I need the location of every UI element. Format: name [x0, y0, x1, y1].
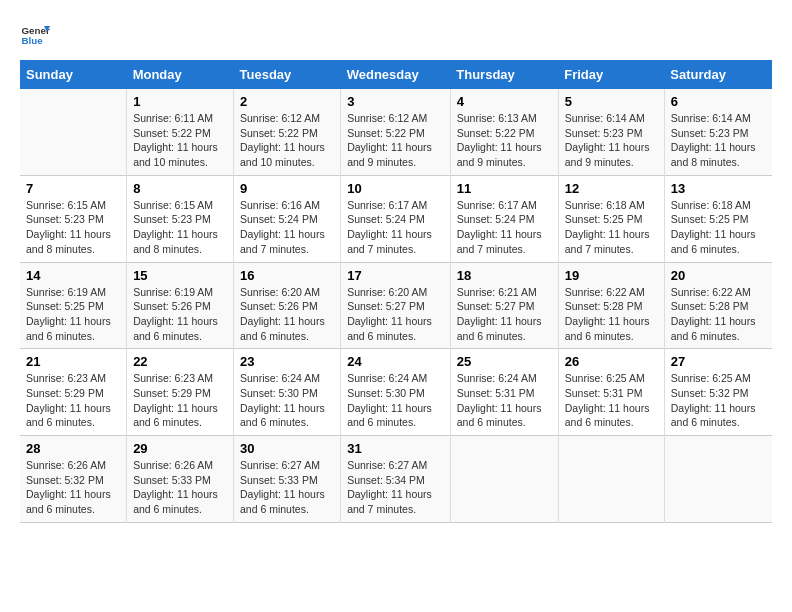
calendar-cell: 16Sunrise: 6:20 AMSunset: 5:26 PMDayligh…: [234, 262, 341, 349]
svg-text:Blue: Blue: [22, 35, 44, 46]
day-number: 26: [565, 354, 658, 369]
day-number: 27: [671, 354, 766, 369]
col-header-sunday: Sunday: [20, 60, 127, 89]
day-info: Sunrise: 6:27 AMSunset: 5:33 PMDaylight:…: [240, 458, 334, 517]
logo: General Blue: [20, 20, 50, 50]
day-info: Sunrise: 6:15 AMSunset: 5:23 PMDaylight:…: [133, 198, 227, 257]
calendar-cell: 11Sunrise: 6:17 AMSunset: 5:24 PMDayligh…: [450, 175, 558, 262]
calendar-table: SundayMondayTuesdayWednesdayThursdayFrid…: [20, 60, 772, 523]
calendar-cell: 26Sunrise: 6:25 AMSunset: 5:31 PMDayligh…: [558, 349, 664, 436]
day-number: 17: [347, 268, 444, 283]
calendar-cell: 27Sunrise: 6:25 AMSunset: 5:32 PMDayligh…: [664, 349, 772, 436]
calendar-week-row: 28Sunrise: 6:26 AMSunset: 5:32 PMDayligh…: [20, 436, 772, 523]
calendar-week-row: 21Sunrise: 6:23 AMSunset: 5:29 PMDayligh…: [20, 349, 772, 436]
day-info: Sunrise: 6:14 AMSunset: 5:23 PMDaylight:…: [671, 111, 766, 170]
day-number: 20: [671, 268, 766, 283]
day-info: Sunrise: 6:13 AMSunset: 5:22 PMDaylight:…: [457, 111, 552, 170]
logo-icon: General Blue: [20, 20, 50, 50]
day-info: Sunrise: 6:20 AMSunset: 5:26 PMDaylight:…: [240, 285, 334, 344]
col-header-saturday: Saturday: [664, 60, 772, 89]
calendar-cell: 9Sunrise: 6:16 AMSunset: 5:24 PMDaylight…: [234, 175, 341, 262]
calendar-cell: 28Sunrise: 6:26 AMSunset: 5:32 PMDayligh…: [20, 436, 127, 523]
day-info: Sunrise: 6:26 AMSunset: 5:32 PMDaylight:…: [26, 458, 120, 517]
day-number: 14: [26, 268, 120, 283]
header: General Blue: [20, 20, 772, 50]
day-info: Sunrise: 6:12 AMSunset: 5:22 PMDaylight:…: [347, 111, 444, 170]
calendar-week-row: 14Sunrise: 6:19 AMSunset: 5:25 PMDayligh…: [20, 262, 772, 349]
day-info: Sunrise: 6:18 AMSunset: 5:25 PMDaylight:…: [671, 198, 766, 257]
day-number: 30: [240, 441, 334, 456]
calendar-cell: 24Sunrise: 6:24 AMSunset: 5:30 PMDayligh…: [341, 349, 451, 436]
calendar-cell: 31Sunrise: 6:27 AMSunset: 5:34 PMDayligh…: [341, 436, 451, 523]
col-header-monday: Monday: [127, 60, 234, 89]
col-header-tuesday: Tuesday: [234, 60, 341, 89]
day-number: 8: [133, 181, 227, 196]
calendar-cell: 15Sunrise: 6:19 AMSunset: 5:26 PMDayligh…: [127, 262, 234, 349]
day-info: Sunrise: 6:23 AMSunset: 5:29 PMDaylight:…: [133, 371, 227, 430]
day-number: 6: [671, 94, 766, 109]
day-number: 13: [671, 181, 766, 196]
col-header-thursday: Thursday: [450, 60, 558, 89]
day-number: 25: [457, 354, 552, 369]
day-number: 4: [457, 94, 552, 109]
day-number: 15: [133, 268, 227, 283]
day-number: 2: [240, 94, 334, 109]
day-number: 12: [565, 181, 658, 196]
calendar-week-row: 7Sunrise: 6:15 AMSunset: 5:23 PMDaylight…: [20, 175, 772, 262]
calendar-cell: 5Sunrise: 6:14 AMSunset: 5:23 PMDaylight…: [558, 89, 664, 175]
calendar-cell: 21Sunrise: 6:23 AMSunset: 5:29 PMDayligh…: [20, 349, 127, 436]
day-info: Sunrise: 6:20 AMSunset: 5:27 PMDaylight:…: [347, 285, 444, 344]
day-number: 5: [565, 94, 658, 109]
day-number: 18: [457, 268, 552, 283]
calendar-cell: [20, 89, 127, 175]
day-info: Sunrise: 6:19 AMSunset: 5:26 PMDaylight:…: [133, 285, 227, 344]
calendar-cell: 29Sunrise: 6:26 AMSunset: 5:33 PMDayligh…: [127, 436, 234, 523]
day-info: Sunrise: 6:25 AMSunset: 5:32 PMDaylight:…: [671, 371, 766, 430]
day-number: 16: [240, 268, 334, 283]
day-info: Sunrise: 6:27 AMSunset: 5:34 PMDaylight:…: [347, 458, 444, 517]
col-header-wednesday: Wednesday: [341, 60, 451, 89]
day-number: 11: [457, 181, 552, 196]
day-info: Sunrise: 6:21 AMSunset: 5:27 PMDaylight:…: [457, 285, 552, 344]
calendar-cell: 17Sunrise: 6:20 AMSunset: 5:27 PMDayligh…: [341, 262, 451, 349]
calendar-cell: 7Sunrise: 6:15 AMSunset: 5:23 PMDaylight…: [20, 175, 127, 262]
day-info: Sunrise: 6:15 AMSunset: 5:23 PMDaylight:…: [26, 198, 120, 257]
day-info: Sunrise: 6:24 AMSunset: 5:31 PMDaylight:…: [457, 371, 552, 430]
day-number: 7: [26, 181, 120, 196]
calendar-cell: 19Sunrise: 6:22 AMSunset: 5:28 PMDayligh…: [558, 262, 664, 349]
day-info: Sunrise: 6:24 AMSunset: 5:30 PMDaylight:…: [347, 371, 444, 430]
day-number: 1: [133, 94, 227, 109]
day-info: Sunrise: 6:22 AMSunset: 5:28 PMDaylight:…: [565, 285, 658, 344]
day-info: Sunrise: 6:26 AMSunset: 5:33 PMDaylight:…: [133, 458, 227, 517]
day-info: Sunrise: 6:25 AMSunset: 5:31 PMDaylight:…: [565, 371, 658, 430]
day-info: Sunrise: 6:18 AMSunset: 5:25 PMDaylight:…: [565, 198, 658, 257]
calendar-cell: 18Sunrise: 6:21 AMSunset: 5:27 PMDayligh…: [450, 262, 558, 349]
calendar-cell: 8Sunrise: 6:15 AMSunset: 5:23 PMDaylight…: [127, 175, 234, 262]
calendar-cell: 13Sunrise: 6:18 AMSunset: 5:25 PMDayligh…: [664, 175, 772, 262]
calendar-cell: 2Sunrise: 6:12 AMSunset: 5:22 PMDaylight…: [234, 89, 341, 175]
day-number: 24: [347, 354, 444, 369]
day-info: Sunrise: 6:17 AMSunset: 5:24 PMDaylight:…: [347, 198, 444, 257]
day-info: Sunrise: 6:17 AMSunset: 5:24 PMDaylight:…: [457, 198, 552, 257]
calendar-cell: 22Sunrise: 6:23 AMSunset: 5:29 PMDayligh…: [127, 349, 234, 436]
day-info: Sunrise: 6:11 AMSunset: 5:22 PMDaylight:…: [133, 111, 227, 170]
calendar-cell: 23Sunrise: 6:24 AMSunset: 5:30 PMDayligh…: [234, 349, 341, 436]
calendar-cell: 3Sunrise: 6:12 AMSunset: 5:22 PMDaylight…: [341, 89, 451, 175]
day-number: 23: [240, 354, 334, 369]
day-number: 29: [133, 441, 227, 456]
day-number: 19: [565, 268, 658, 283]
day-number: 28: [26, 441, 120, 456]
day-info: Sunrise: 6:23 AMSunset: 5:29 PMDaylight:…: [26, 371, 120, 430]
day-info: Sunrise: 6:14 AMSunset: 5:23 PMDaylight:…: [565, 111, 658, 170]
day-number: 21: [26, 354, 120, 369]
calendar-cell: [558, 436, 664, 523]
calendar-cell: 6Sunrise: 6:14 AMSunset: 5:23 PMDaylight…: [664, 89, 772, 175]
day-info: Sunrise: 6:19 AMSunset: 5:25 PMDaylight:…: [26, 285, 120, 344]
day-info: Sunrise: 6:16 AMSunset: 5:24 PMDaylight:…: [240, 198, 334, 257]
calendar-cell: 25Sunrise: 6:24 AMSunset: 5:31 PMDayligh…: [450, 349, 558, 436]
day-info: Sunrise: 6:22 AMSunset: 5:28 PMDaylight:…: [671, 285, 766, 344]
day-number: 10: [347, 181, 444, 196]
day-number: 3: [347, 94, 444, 109]
calendar-cell: 1Sunrise: 6:11 AMSunset: 5:22 PMDaylight…: [127, 89, 234, 175]
calendar-cell: 14Sunrise: 6:19 AMSunset: 5:25 PMDayligh…: [20, 262, 127, 349]
